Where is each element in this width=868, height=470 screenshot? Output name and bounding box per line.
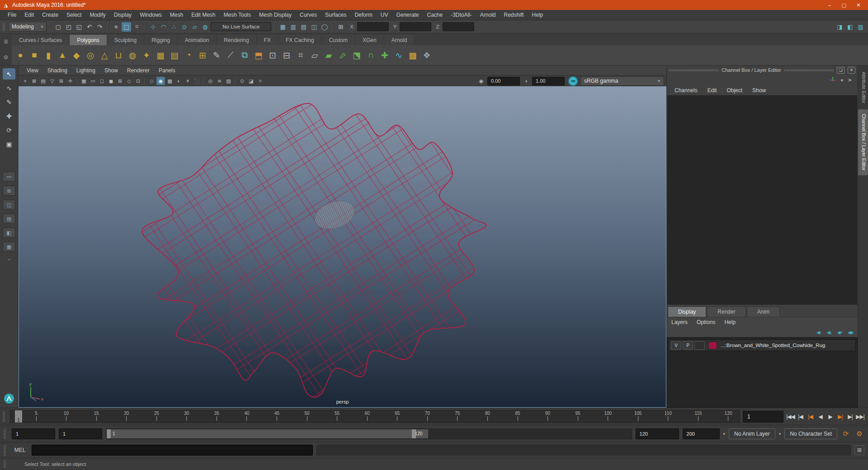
- layer-visibility-toggle[interactable]: V: [671, 341, 681, 350]
- pencil-curve-icon[interactable]: ✎: [210, 48, 223, 62]
- selection-highlight-icon[interactable]: ◯: [320, 22, 329, 32]
- current-frame-marker[interactable]: 1: [15, 410, 22, 423]
- shelf-menu-icon[interactable]: ≣: [4, 38, 8, 45]
- layout-three-split[interactable]: ◧: [3, 228, 15, 238]
- layer-name[interactable]: ...:Brown_and_White_Spotted_Cowhide_Rug: [721, 343, 825, 348]
- menu-item[interactable]: Surfaces: [321, 12, 350, 18]
- sidebar-vertical-tab[interactable]: Attribute Editor: [858, 67, 868, 108]
- menu-item[interactable]: Cache: [423, 12, 447, 18]
- shelf-tab[interactable]: Rendering: [217, 35, 256, 45]
- frame-b-icon[interactable]: ⊟: [280, 48, 293, 62]
- menu-set-selector[interactable]: Modeling ▾: [8, 22, 47, 32]
- poly-cone-icon[interactable]: ▲: [56, 48, 69, 62]
- shaded-mode-icon[interactable]: ◉: [156, 77, 165, 85]
- layout-collapse-button[interactable]: −: [3, 255, 15, 264]
- lighting-icon[interactable]: ☀: [184, 77, 192, 85]
- motion-blur-icon[interactable]: ≋: [215, 77, 224, 85]
- channel-box-menu-item[interactable]: Edit: [703, 87, 722, 94]
- timeline-grip[interactable]: [3, 411, 5, 422]
- layout-four-view[interactable]: ⊞: [3, 186, 15, 196]
- scale-tool[interactable]: ▣: [3, 138, 15, 150]
- shelf-tab[interactable]: Custom: [322, 35, 355, 45]
- poly-sphere-icon[interactable]: ●: [14, 48, 27, 62]
- snap-to-projected-center-icon[interactable]: ⊙: [179, 22, 189, 32]
- ssao-icon[interactable]: ◎: [206, 77, 215, 85]
- go-to-start-button[interactable]: |◀◀: [786, 412, 795, 422]
- resolution-gate-icon[interactable]: ◻: [98, 77, 106, 85]
- current-frame-field[interactable]: 1: [743, 411, 783, 423]
- object-mode-icon[interactable]: ⬚: [122, 22, 131, 32]
- panel-menu-item[interactable]: Lighting: [72, 67, 100, 74]
- play-backwards-button[interactable]: ◀: [816, 412, 825, 422]
- rotate-tool[interactable]: ⟳: [3, 124, 15, 136]
- redo-icon[interactable]: ↷: [95, 22, 104, 32]
- menu-item[interactable]: Mesh: [166, 12, 187, 18]
- construction-history-icon[interactable]: ▦: [278, 22, 288, 32]
- menu-item[interactable]: Select: [62, 12, 85, 18]
- layer-editor-tab[interactable]: Display: [668, 306, 706, 317]
- snap-to-point-icon[interactable]: ∴: [169, 22, 179, 32]
- step-forward-key-button[interactable]: ▶|: [836, 412, 844, 422]
- shelf-tab[interactable]: Curves / Surfaces: [12, 35, 70, 45]
- layout-two-stacked[interactable]: ▤: [3, 214, 15, 224]
- make-live-icon[interactable]: ◍: [200, 22, 210, 32]
- x-coord-input[interactable]: [357, 22, 389, 31]
- quad-draw-icon[interactable]: ▰: [322, 48, 335, 62]
- time-slider[interactable]: 5101520253035404550556065707580859095100…: [10, 410, 740, 423]
- tool-settings-toggle[interactable]: ◧: [845, 22, 855, 32]
- use-default-material-icon[interactable]: ◐: [175, 77, 183, 85]
- manipulator-icon[interactable]: ➤: [848, 77, 852, 83]
- new-scene-icon[interactable]: ▢: [53, 22, 63, 32]
- menu-item[interactable]: Edit Mesh: [187, 12, 219, 18]
- separator[interactable]: [77, 78, 77, 84]
- bridge-icon[interactable]: ∩: [364, 48, 377, 62]
- minimize-button[interactable]: –: [823, 1, 836, 9]
- drag-handle[interactable]: [784, 69, 834, 71]
- shelf-tab[interactable]: Arnold: [384, 35, 415, 45]
- menu-item[interactable]: Curves: [296, 12, 321, 18]
- poly-plane-icon[interactable]: ◆: [70, 48, 83, 62]
- snap-to-view-plane-icon[interactable]: ▱: [190, 22, 199, 32]
- two-d-pan-zoom-icon[interactable]: ✛: [66, 77, 75, 85]
- mirror-icon[interactable]: ▱: [308, 48, 321, 62]
- axis-grid-icon[interactable]: ⊞: [336, 22, 345, 32]
- script-editor-icon[interactable]: ⊞: [854, 445, 864, 455]
- contrast-icon[interactable]: ◑: [522, 77, 530, 85]
- move-tool[interactable]: ✚: [3, 110, 15, 122]
- layer-menu-item[interactable]: Layers: [667, 319, 692, 325]
- view-transform-select[interactable]: sRGB gamma ▾: [580, 76, 664, 86]
- layer-row[interactable]: V P ...:Brown_and_White_Spotted_Cowhide_…: [669, 339, 856, 351]
- poly-torus-icon[interactable]: ◎: [84, 48, 97, 62]
- shelf-tab[interactable]: Sculpting: [107, 35, 144, 45]
- menu-item[interactable]: -3DtoAll-: [447, 12, 476, 18]
- menu-item[interactable]: Create: [38, 12, 62, 18]
- channel-box-menu-item[interactable]: Channels: [670, 87, 703, 94]
- smooth-sphere-icon[interactable]: ◍: [126, 48, 139, 62]
- range-start-handle[interactable]: [107, 429, 111, 438]
- layer-editor-tab[interactable]: Render: [707, 306, 745, 317]
- no-history-icon[interactable]: ▥: [288, 22, 298, 32]
- step-back-frame-button[interactable]: |◀: [796, 412, 805, 422]
- frame-a-icon[interactable]: ⊡: [266, 48, 279, 62]
- safe-title-icon[interactable]: ⊡: [134, 77, 142, 85]
- gate-mask-icon[interactable]: ◼: [107, 77, 115, 85]
- shelf-tab[interactable]: Rigging: [144, 35, 178, 45]
- close-panel-icon[interactable]: ✕: [848, 67, 855, 74]
- menu-item[interactable]: Deform: [350, 12, 376, 18]
- range-slider[interactable]: 1 120: [106, 428, 632, 439]
- slice-tool-icon[interactable]: ⧉: [238, 48, 251, 62]
- panel-menu-item[interactable]: Renderer: [123, 67, 154, 74]
- axis-tripod-icon[interactable]: [829, 76, 836, 84]
- menu-item[interactable]: Mesh Display: [255, 12, 296, 18]
- go-to-end-button[interactable]: ▶▶|: [856, 412, 864, 422]
- snap-to-grid-icon[interactable]: ⊹: [148, 22, 158, 32]
- separator[interactable]: [145, 78, 145, 84]
- boolean-cube-icon[interactable]: ⬒: [252, 48, 265, 62]
- open-scene-icon[interactable]: ◰: [64, 22, 73, 32]
- move-layer-up-icon[interactable]: ◀↑: [816, 330, 821, 335]
- wireframe-mode-icon[interactable]: ◇: [147, 77, 156, 85]
- subdiv-plane-icon[interactable]: ▤: [168, 48, 181, 62]
- menu-item[interactable]: Help: [528, 12, 547, 18]
- toolbar-grip[interactable]: [3, 23, 5, 31]
- playback-end-field[interactable]: 120: [636, 428, 679, 439]
